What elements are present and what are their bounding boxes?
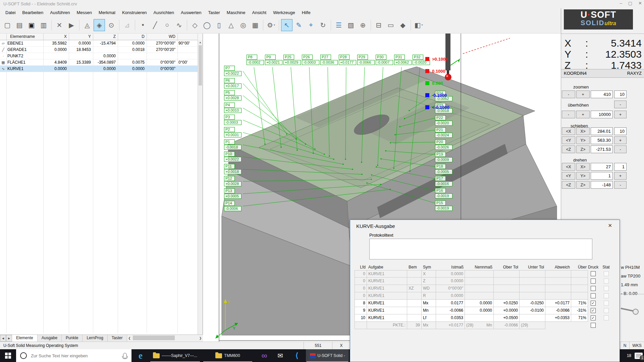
elements-vertical-scrollbar[interactable]: ▲ <box>198 40 203 335</box>
pan-minus-0[interactable]: <X <box>562 127 575 135</box>
rotate-side-1[interactable]: + <box>614 172 627 180</box>
tabs-scroll-right-icon[interactable]: ▶ <box>6 335 12 342</box>
result-row-0-wd[interactable]: 0KURVE1XZWD0°00'00" <box>355 285 616 292</box>
rotate-minus-0[interactable]: <X <box>562 163 575 171</box>
menu-datei[interactable]: Datei <box>2 9 19 16</box>
druck-checkbox[interactable] <box>591 293 596 298</box>
zoom-in-button[interactable]: + <box>576 90 590 98</box>
column-header-Elementname[interactable]: Elementname <box>7 34 44 40</box>
maximize-icon[interactable]: ▢ <box>628 1 632 6</box>
document-icon[interactable]: ▭ <box>385 19 396 31</box>
menu-messen[interactable]: Messen <box>73 9 96 16</box>
druck-checkbox[interactable] <box>591 323 596 328</box>
column-header-X[interactable]: X <box>44 34 69 40</box>
pan-side-0[interactable]: 10 <box>614 127 627 135</box>
rotate-plus-1[interactable]: Y> <box>576 172 590 180</box>
cylinder-icon[interactable]: ▯ <box>213 19 225 31</box>
menu-maschine[interactable]: Maschine <box>223 9 249 16</box>
tab-taster[interactable]: Taster <box>108 335 127 342</box>
rotate-side-2[interactable]: - <box>614 181 627 189</box>
taskbar-app-edge[interactable]: e <box>133 349 148 362</box>
column-header-blank[interactable] <box>0 34 7 40</box>
menu-ausrichten[interactable]: Ausrichten <box>150 9 177 16</box>
view-cube-icon[interactable]: ◧▾ <box>413 19 424 31</box>
protocol-list-icon[interactable]: ☰ <box>333 19 344 31</box>
exaggerate-step-plus-button[interactable]: + <box>614 111 627 118</box>
curve-icon[interactable]: ∿ <box>173 19 185 31</box>
coordinate-system-icon[interactable]: ⊿ <box>121 19 133 31</box>
rotate-plus-2[interactable]: Z> <box>576 181 590 189</box>
probe-pen-icon[interactable]: ✎ <box>293 19 305 31</box>
stat-checkbox[interactable] <box>604 315 609 320</box>
surface-icon[interactable]: ▦ <box>250 19 261 31</box>
menu-bearbeiten[interactable]: Bearbeiten <box>19 9 47 16</box>
torus-icon[interactable]: ◎ <box>237 19 249 31</box>
rotate-value-0[interactable]: 27 <box>591 163 613 171</box>
druck-checkbox[interactable] <box>591 271 596 276</box>
column-header-WD[interactable]: WD <box>147 34 178 40</box>
result-row-9-mn[interactable]: 9KURVE1Mn-0.00660.0000+0.0000-0.0100-0.0… <box>355 307 616 314</box>
start-button[interactable] <box>0 349 16 362</box>
menu-konstruieren[interactable]: Konstruieren <box>119 9 150 16</box>
element-row-gerade1[interactable]: ╱GERADE10.000018.94530.0018270°00'20" <box>0 47 203 53</box>
stat-checkbox[interactable] <box>604 271 609 276</box>
circle-icon[interactable]: ○ <box>161 19 173 31</box>
select-arrow-icon[interactable]: ↖ <box>281 19 292 31</box>
pan-side-1[interactable]: + <box>614 136 627 144</box>
menu-werkzeuge[interactable]: Werkzeuge <box>270 9 299 16</box>
pan-minus-2[interactable]: <Z <box>562 145 575 153</box>
line-icon[interactable]: ╱ <box>149 19 161 31</box>
scrollbar-thumb[interactable] <box>199 45 202 85</box>
pan-minus-1[interactable]: <Y <box>562 136 575 144</box>
pan-plus-1[interactable]: Y> <box>576 136 590 144</box>
delete-icon[interactable]: ✕ <box>54 19 65 31</box>
exaggerate-step-minus-button[interactable]: - <box>614 101 627 108</box>
pan-value-0[interactable]: 284.01 <box>591 127 613 135</box>
menu-ansicht[interactable]: Ansicht <box>249 9 270 16</box>
element-row-ebene1[interactable]: ▱EBENE135.59820.0000-15.47940.0000270°00… <box>0 40 203 47</box>
open-file-icon[interactable]: ▤ <box>14 19 25 31</box>
stat-checkbox[interactable] <box>604 286 609 291</box>
menu-hilfe[interactable]: Hilfe <box>299 9 314 16</box>
stat-checkbox[interactable] <box>604 308 609 313</box>
run-icon[interactable]: ▶ <box>66 19 77 31</box>
plane-icon[interactable]: ◇ <box>189 19 201 31</box>
taskbar-app-folder-saphir[interactable]: -------Saphir_V7---... <box>150 349 201 362</box>
exaggerate-in-button[interactable]: + <box>576 111 590 118</box>
dialog-close-icon[interactable]: ✕ <box>608 223 612 229</box>
tools-icon[interactable]: ⚙▾ <box>265 19 277 31</box>
column-header-blank[interactable] <box>178 34 198 40</box>
result-row-0-r[interactable]: 0KURVE1R0.0000 <box>355 292 616 300</box>
druck-checkbox[interactable] <box>591 286 596 291</box>
tab-ausgabe[interactable]: Ausgabe <box>38 335 62 342</box>
druck-checkbox[interactable]: ✓ <box>591 301 596 306</box>
align-icon[interactable]: ⌖ <box>305 19 317 31</box>
elements-horizontal-scrollbar[interactable]: ❮ ❯ <box>127 335 203 342</box>
print-icon[interactable]: ▥ <box>38 19 49 31</box>
stat-checkbox[interactable] <box>604 293 609 298</box>
pan-value-1[interactable]: 563.30 <box>591 136 613 144</box>
minimize-icon[interactable]: – <box>620 1 622 6</box>
microphone-icon[interactable] <box>123 353 127 358</box>
rotate-side-0[interactable]: 1 <box>614 163 627 171</box>
result-row-10-lf[interactable]: 10KURVE1Lf0.0353+0.0500+0.035371%✓ <box>355 314 616 322</box>
taskbar-app-visual-studio[interactable]: ∞ <box>258 349 271 362</box>
close-icon[interactable]: ✕ <box>638 1 642 6</box>
rotate-value-2[interactable]: -148 <box>591 181 613 189</box>
pan-plus-2[interactable]: Z> <box>576 145 590 153</box>
zoom-document-icon[interactable]: ⊙ <box>106 19 117 31</box>
druck-checkbox[interactable] <box>591 279 596 284</box>
tab-punkte[interactable]: Punkte <box>62 335 83 342</box>
rotate-minus-2[interactable]: <Z <box>562 181 575 189</box>
program-icon[interactable]: ▧ <box>345 19 357 31</box>
element-row-kurve1[interactable]: ∿KURVE10.00000.00000.00000°00'00" <box>0 66 203 72</box>
element-row-fläche1[interactable]: ▦FLÄCHE14.840915.3389-354.08970.00750°00… <box>0 59 203 66</box>
zoom-value[interactable]: 410 <box>591 90 613 98</box>
geometry-measure-icon[interactable]: ◬ <box>82 19 93 31</box>
search-input[interactable] <box>30 353 123 359</box>
location-pin-icon[interactable]: ⊕ <box>357 19 369 31</box>
element-row-punkt2[interactable]: ·PUNKT20.0000 <box>0 53 203 59</box>
druck-checkbox[interactable]: ✓ <box>591 308 596 313</box>
rotate-minus-1[interactable]: <Y <box>562 172 575 180</box>
point-icon[interactable]: • <box>137 19 149 31</box>
